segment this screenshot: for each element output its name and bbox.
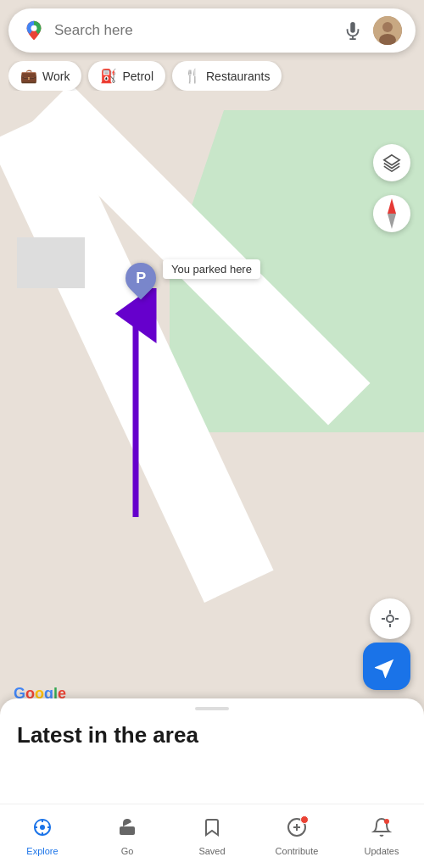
nav-item-contribute[interactable]: Contribute (254, 812, 339, 861)
direction-arrow (85, 288, 187, 526)
explore-icon (32, 817, 53, 843)
parking-marker[interactable]: P You parked here (126, 263, 156, 293)
compass-south (388, 214, 396, 229)
nav-item-explore[interactable]: Explore (0, 812, 85, 861)
saved-icon (202, 817, 222, 843)
chip-restaurants[interactable]: 🍴 Restaurants (172, 61, 282, 91)
search-input[interactable] (54, 22, 332, 39)
contribute-icon (287, 817, 307, 843)
chip-petrol[interactable]: ⛽ Petrol (88, 61, 165, 91)
filter-chips: 💼 Work ⛽ Petrol 🍴 Restaurants (8, 61, 416, 91)
map-area[interactable]: P You parked here Go (0, 0, 424, 792)
chip-work-label: Work (42, 70, 70, 83)
nav-label-go: Go (121, 846, 134, 856)
compass-north (388, 198, 396, 214)
go-icon (117, 817, 137, 843)
svg-point-12 (382, 22, 393, 32)
layers-button[interactable] (373, 144, 410, 181)
svg-point-14 (40, 825, 45, 830)
nav-label-saved: Saved (198, 846, 225, 856)
microphone-icon[interactable] (341, 19, 365, 42)
svg-marker-2 (384, 155, 399, 165)
avatar[interactable] (373, 16, 402, 45)
svg-point-3 (387, 615, 393, 622)
nav-label-updates: Updates (365, 846, 399, 856)
svg-point-8 (31, 25, 37, 31)
chip-restaurants-label: Restaurants (206, 70, 270, 83)
petrol-icon: ⛽ (100, 68, 117, 84)
panel-title: Latest in the area (0, 710, 424, 748)
nav-item-saved[interactable]: Saved (170, 812, 254, 861)
updates-icon (371, 817, 392, 843)
parking-label: You parked here (163, 259, 260, 279)
chip-work[interactable]: 💼 Work (8, 61, 81, 91)
avatar-image (373, 16, 402, 45)
svg-rect-15 (120, 826, 135, 835)
nav-item-go[interactable]: Go (85, 812, 170, 861)
navigate-button[interactable] (363, 643, 410, 690)
chip-petrol-label: Petrol (122, 70, 153, 83)
location-button[interactable] (370, 598, 410, 639)
google-maps-icon (22, 19, 46, 42)
nav-label-explore: Explore (26, 846, 58, 856)
compass-button[interactable] (373, 195, 410, 232)
search-bar (8, 8, 416, 53)
nav-label-contribute: Contribute (276, 846, 319, 856)
bottom-nav: Explore Go Saved Contribute (0, 804, 424, 868)
parking-pin: P (120, 257, 163, 300)
svg-rect-16 (122, 828, 126, 832)
work-icon: 💼 (20, 68, 37, 84)
map-building (17, 237, 85, 288)
nav-item-updates[interactable]: Updates (339, 812, 424, 861)
svg-point-20 (384, 819, 389, 824)
restaurants-icon: 🍴 (184, 68, 201, 84)
